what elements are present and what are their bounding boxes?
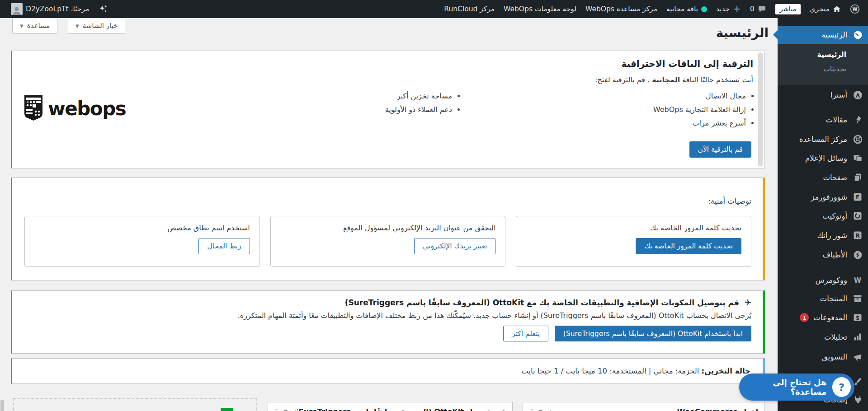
webops-help-center-link[interactable]: مركز مساعدة WebOps: [581, 0, 662, 18]
new-content-label: جديد: [716, 5, 730, 13]
new-content-menu[interactable]: + جديد: [712, 0, 745, 18]
move-down-icon[interactable]: ▼: [538, 408, 542, 411]
screen-options-tab-button[interactable]: خيار الشاشة ▼: [68, 18, 125, 34]
feature-item: أسرع بعشر مرات: [459, 117, 746, 130]
need-help-button[interactable]: ? هل تحتاج إلى مساعدة؟: [739, 374, 854, 401]
sidebar-item-posts[interactable]: مقالات: [778, 111, 868, 129]
feature-column-right: مجال الاتصال إزالة العلامة التجارية WebO…: [459, 89, 753, 130]
update-password-button[interactable]: تحديث كلمة المرور الخاصة بك: [636, 238, 741, 254]
move-up-icon[interactable]: ▲: [293, 408, 297, 411]
card-text: تحديث كلمة المرور الخاصة بك: [526, 224, 741, 232]
user-account-menu[interactable]: مرحبًا، D2yZooLpTt: [6, 0, 94, 18]
payments-count-badge: 1: [800, 313, 809, 322]
webops-logo: webops: [23, 94, 126, 123]
astra-logo-icon: [852, 89, 863, 101]
svg-text:$: $: [856, 315, 859, 321]
sparkles-icon: [98, 4, 109, 14]
caret-down-icon: ▼: [20, 23, 24, 28]
link-domain-button[interactable]: ربط المجال: [198, 238, 250, 254]
sidebar-item-analytics[interactable]: تحليلات: [778, 328, 868, 346]
wordpress-admin-dashboard: { "colors": { "accent": "#2271b1", "succ…: [0, 0, 868, 411]
feature-item: مساحة تخزين أكبر: [165, 89, 452, 103]
sidebar-item-label: المنتجات: [820, 294, 847, 303]
webops-logo-icon: [23, 94, 44, 123]
toggle-panel-icon[interactable]: ˄: [530, 408, 533, 411]
sidebar-item-sureforms[interactable]: F شوورفورمز: [778, 188, 868, 206]
main-content: مساعدة ▼ خيار الشاشة ▼ الرئيسية: [0, 18, 778, 411]
wordpress-logo-menu[interactable]: W: [845, 0, 864, 18]
sidebar-item-label: ووكومرس: [816, 276, 847, 285]
runcloud-hub-link[interactable]: مركز RunCloud: [439, 0, 499, 18]
scrollbar-thumb[interactable]: [0, 400, 4, 411]
help-tab-label: مساعدة: [27, 22, 50, 30]
panel-scrollbar[interactable]: [758, 52, 763, 167]
sidebar-item-label: تحليلات: [824, 333, 847, 341]
submenu-item-updates[interactable]: تحديثات: [778, 62, 868, 76]
security-recommendations-label: توصيات أمنية:: [708, 197, 751, 206]
sidebar-item-ottokit[interactable]: أوتوكيت: [778, 207, 868, 225]
custom-domain-card: استخدم اسم نطاق مخصص ربط المجال: [24, 216, 260, 267]
svg-text:W: W: [854, 276, 862, 285]
sidebar-item-payments[interactable]: $ المدفوعات 1: [778, 308, 868, 327]
ottokit-title-text: قم بتوصيل المكونات الإضافية والتطبيقات ا…: [345, 298, 739, 307]
submenu-item-home[interactable]: الرئيسية: [778, 47, 868, 62]
woocommerce-w-icon: W: [852, 274, 863, 286]
site-name-menu[interactable]: متجري: [805, 0, 845, 18]
metabox-controls: ▲ ▼ ˄: [274, 408, 297, 411]
pages-icon: [852, 172, 863, 183]
sidebar-item-media[interactable]: وسائل الإعلام: [778, 149, 868, 167]
wordpress-logo-icon: W: [850, 4, 860, 14]
verify-admin-email-card: التحقق من عنوان البريد الإلكتروني لمسؤول…: [270, 216, 506, 267]
webops-dashboard-link[interactable]: لوحة معلومات WebOps: [499, 0, 581, 18]
move-down-icon[interactable]: ▼: [283, 408, 288, 411]
upgrade-heading: الترقية إلى الباقات الاحترافية: [148, 58, 753, 69]
sidebar-item-pages[interactable]: صفحات: [778, 168, 868, 187]
ottokit-metabox: قم بتوصيل OttoKit (المعروف سابقًا باسم S…: [268, 402, 513, 411]
metabox-header: قم بتوصيل OttoKit (المعروف سابقًا باسم S…: [268, 402, 512, 411]
sidebar-item-surerank[interactable]: R شور رانك: [778, 226, 868, 244]
move-up-icon[interactable]: ▲: [548, 408, 552, 411]
sidebar-item-astra[interactable]: أسترا: [778, 86, 868, 104]
sidebar-item-products[interactable]: المنتجات: [778, 290, 868, 308]
sidebar-item-spectra[interactable]: الأطياف: [778, 246, 868, 264]
ottokit-connect-panel: ✈ قم بتوصيل المكونات الإضافية والتطبيقات…: [11, 290, 765, 354]
feature-item: إزالة العلامة التجارية WebOps: [459, 103, 746, 117]
ottokit-start-button[interactable]: ابدأ باستخدام OttoKit (المعروف سابقًا با…: [555, 326, 751, 341]
feature-item: دعم العملاء ذو الأولوية: [165, 103, 452, 117]
page-scrollbar[interactable]: [0, 18, 5, 411]
lifering-icon: [852, 133, 863, 145]
sidebar-item-label: الأطياف: [823, 251, 847, 259]
surerank-r-icon: R: [852, 229, 863, 241]
caret-down-icon: ▼: [75, 23, 79, 28]
webops-help-center-label: مركز مساعدة WebOps: [585, 5, 657, 13]
comments-menu[interactable]: 0: [745, 0, 771, 18]
change-email-button[interactable]: تغيير بريدك الإلكتروني: [414, 238, 495, 254]
need-help-label: هل تحتاج إلى مساعدة؟: [739, 378, 827, 397]
metabox-controls: ▲ ▼ ˄: [529, 408, 552, 411]
toggle-panel-icon[interactable]: ˄: [275, 408, 278, 411]
sidebar-item-woocommerce[interactable]: W ووكومرس: [778, 271, 868, 289]
upgrade-feature-list: مجال الاتصال إزالة العلامة التجارية WebO…: [148, 89, 753, 130]
sidebar-item-dashboard[interactable]: الرئيسية: [778, 26, 868, 44]
dashboard-submenu: الرئيسية تحديثات: [778, 44, 868, 85]
sidebar-item-label: التسويق: [822, 353, 847, 361]
webops-dashboard-label: لوحة معلومات WebOps: [504, 5, 576, 13]
upgrade-now-button[interactable]: قم بالترقية الآن: [689, 141, 752, 158]
woocommerce-setup-metabox: إعداد WooCommerce ▲ ▼ ˄: [523, 402, 765, 411]
ottokit-learn-more-button[interactable]: يتعلم أكثر: [503, 326, 548, 341]
help-tab-button[interactable]: مساعدة ▼: [12, 18, 57, 34]
admin-bar-left-group: مرحبًا، D2yZooLpTt: [0, 0, 113, 18]
sidebar-item-help-center[interactable]: مركز المساعدة: [778, 130, 868, 148]
sidebar-item-label: المدفوعات: [813, 313, 847, 322]
sparkles-menu[interactable]: [94, 0, 113, 18]
environment-badge: مباشر: [771, 0, 806, 18]
sidebar-item-label: صفحات: [823, 173, 847, 182]
product-box-icon: [852, 293, 863, 304]
ottokit-buttons-row: ابدأ باستخدام OttoKit (المعروف سابقًا با…: [24, 326, 751, 341]
upgrade-description: أنت تستخدم حاليًا الباقة المجانية . قم ب…: [148, 75, 753, 84]
security-recommendations-panel: توصيات أمنية: تحديث كلمة المرور الخاصة ب…: [11, 177, 765, 280]
feature-item: مجال الاتصال: [459, 89, 746, 103]
sidebar-item-marketing[interactable]: التسويق: [778, 348, 868, 366]
sidebar-item-label: الرئيسية: [821, 31, 847, 39]
plan-menu[interactable]: باقة مجانية: [662, 0, 712, 18]
